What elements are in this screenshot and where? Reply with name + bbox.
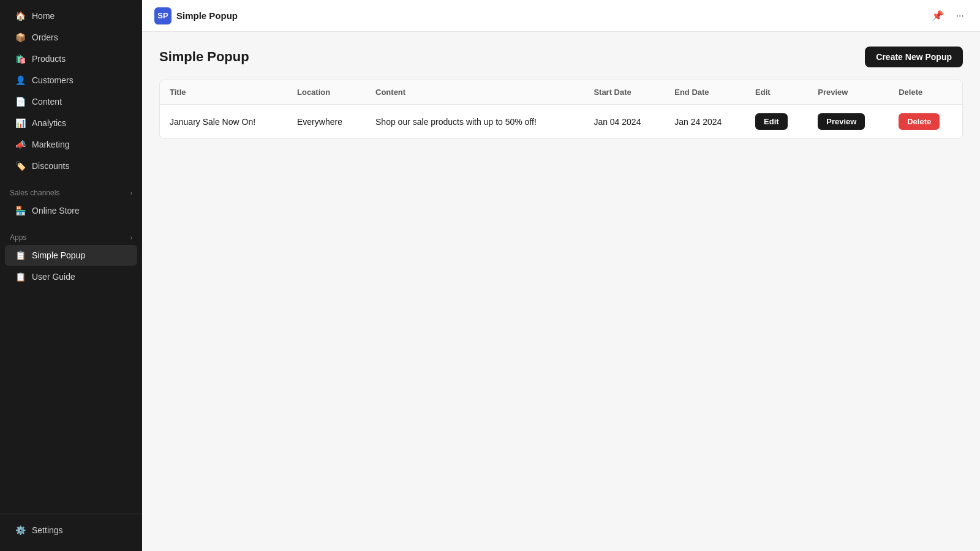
sidebar-item-settings[interactable]: ⚙️Settings xyxy=(5,520,137,541)
sidebar-item-orders[interactable]: 📦Orders xyxy=(5,27,137,48)
analytics-icon: 📊 xyxy=(15,118,26,129)
main-area: SP Simple Popup 📌 ··· Simple Popup Creat… xyxy=(142,0,980,551)
col-header-preview: Preview xyxy=(808,80,889,105)
simple-popup-icon: 📋 xyxy=(15,250,26,261)
row-start-date: Jan 04 2024 xyxy=(584,105,665,139)
preview-button[interactable]: Preview xyxy=(818,113,865,130)
sidebar-item-simple-popup[interactable]: 📋Simple Popup xyxy=(5,245,137,266)
user-guide-icon: 📋 xyxy=(15,271,26,282)
app-logo: SP Simple Popup xyxy=(154,7,238,24)
content-area: Simple Popup Create New Popup TitleLocat… xyxy=(142,32,980,551)
sidebar-item-label: Products xyxy=(32,54,66,64)
sales-channels-label: Sales channels xyxy=(10,189,59,197)
sidebar-item-online-store[interactable]: 🏪Online Store xyxy=(5,200,137,221)
sidebar-item-discounts[interactable]: 🏷️Discounts xyxy=(5,156,137,176)
sidebar-item-analytics[interactable]: 📊Analytics xyxy=(5,113,137,133)
sidebar: 🏠Home📦Orders🛍️Products👤Customers📄Content… xyxy=(0,0,142,551)
popups-table: TitleLocationContentStart DateEnd DateEd… xyxy=(160,80,962,138)
popups-table-container: TitleLocationContentStart DateEnd DateEd… xyxy=(159,80,963,139)
col-header-delete: Delete xyxy=(889,80,962,105)
sidebar-item-customers[interactable]: 👤Customers xyxy=(5,70,137,91)
pin-button[interactable]: 📌 xyxy=(928,7,948,24)
row-content: Shop our sale products with up to 50% of… xyxy=(366,105,584,139)
row-preview-cell: Preview xyxy=(808,105,889,139)
sidebar-item-products[interactable]: 🛍️Products xyxy=(5,48,137,69)
sidebar-item-label: Marketing xyxy=(32,140,69,149)
topbar-app-name: Simple Popup xyxy=(176,10,238,21)
sidebar-item-label: Analytics xyxy=(32,118,66,128)
table-header: TitleLocationContentStart DateEnd DateEd… xyxy=(160,80,962,105)
sidebar-item-marketing[interactable]: 📣Marketing xyxy=(5,134,137,155)
more-options-button[interactable]: ··· xyxy=(952,8,968,24)
table-row: January Sale Now On! Everywhere Shop our… xyxy=(160,105,962,139)
col-header-end-date: End Date xyxy=(665,80,745,105)
sales-channels-section: Sales channels › xyxy=(0,179,142,200)
col-header-start-date: Start Date xyxy=(584,80,665,105)
settings-icon: ⚙️ xyxy=(15,525,26,536)
content-icon: 📄 xyxy=(15,96,26,107)
sidebar-item-label: Online Store xyxy=(32,206,80,216)
table-body: January Sale Now On! Everywhere Shop our… xyxy=(160,105,962,139)
sidebar-item-label: Customers xyxy=(32,75,74,85)
sidebar-footer: ⚙️Settings xyxy=(0,514,142,551)
delete-button[interactable]: Delete xyxy=(899,113,940,130)
sidebar-item-home[interactable]: 🏠Home xyxy=(5,6,137,26)
row-delete-cell: Delete xyxy=(889,105,962,139)
col-header-edit: Edit xyxy=(745,80,808,105)
sidebar-item-label: Content xyxy=(32,97,62,107)
col-header-content: Content xyxy=(366,80,584,105)
orders-icon: 📦 xyxy=(15,32,26,43)
page-title: Simple Popup xyxy=(159,49,249,65)
sidebar-item-label: Orders xyxy=(32,32,58,42)
products-icon: 🛍️ xyxy=(15,53,26,64)
sidebar-item-user-guide[interactable]: 📋User Guide xyxy=(5,266,137,287)
sidebar-item-label: Simple Popup xyxy=(32,250,85,260)
apps-chevron-icon: › xyxy=(130,234,132,241)
row-end-date: Jan 24 2024 xyxy=(665,105,745,139)
topbar-actions: 📌 ··· xyxy=(928,7,968,24)
sidebar-item-label: Home xyxy=(32,11,55,21)
apps-section: Apps › xyxy=(0,223,142,244)
sidebar-item-label: Discounts xyxy=(32,161,69,171)
online-store-icon: 🏪 xyxy=(15,205,26,216)
edit-button[interactable]: Edit xyxy=(755,113,788,130)
customers-icon: 👤 xyxy=(15,75,26,86)
home-icon: 🏠 xyxy=(15,10,26,21)
col-header-location: Location xyxy=(287,80,366,105)
discounts-icon: 🏷️ xyxy=(15,160,26,171)
marketing-icon: 📣 xyxy=(15,139,26,150)
create-new-popup-button[interactable]: Create New Popup xyxy=(865,47,963,67)
page-header: Simple Popup Create New Popup xyxy=(159,47,963,67)
row-location: Everywhere xyxy=(287,105,366,139)
sidebar-item-content[interactable]: 📄Content xyxy=(5,91,137,112)
row-edit-cell: Edit xyxy=(745,105,808,139)
apps-label: Apps xyxy=(10,233,26,242)
sidebar-item-label: Settings xyxy=(32,525,63,535)
topbar: SP Simple Popup 📌 ··· xyxy=(142,0,980,32)
sales-channels-chevron-icon: › xyxy=(130,190,132,197)
sidebar-item-label: User Guide xyxy=(32,272,75,282)
logo-icon: SP xyxy=(154,7,172,24)
col-header-title: Title xyxy=(160,80,287,105)
sidebar-nav: 🏠Home📦Orders🛍️Products👤Customers📄Content… xyxy=(0,0,142,514)
row-title: January Sale Now On! xyxy=(160,105,287,139)
